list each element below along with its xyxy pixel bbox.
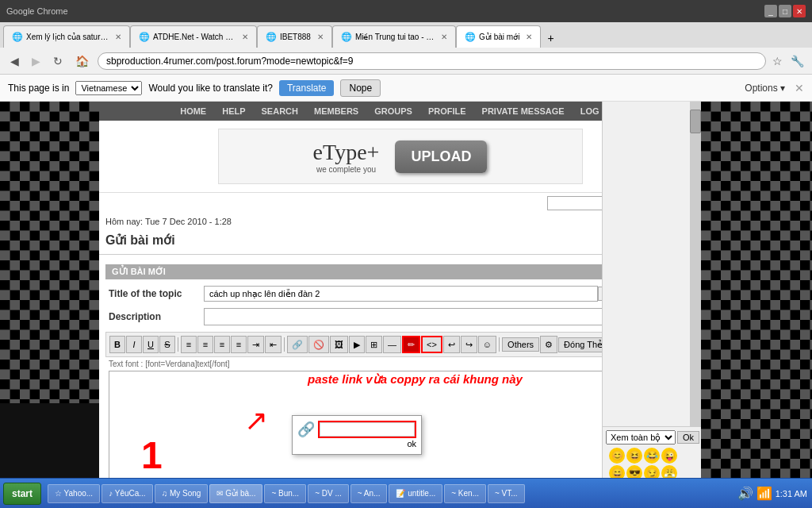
- taskbar: start ☆ Yahoo... ♪ YêuCa... ♫ My Song ✉ …: [0, 478, 812, 508]
- separator-3: [499, 337, 500, 352]
- taskbar-item-4[interactable]: ~ Bun...: [264, 484, 306, 503]
- tab-1[interactable]: 🌐 ATDHE.Net - Watch Free Li... ✕: [130, 25, 257, 48]
- nav-groups[interactable]: GROUPS: [374, 106, 412, 116]
- close-button[interactable]: ✕: [793, 5, 806, 17]
- tab-close-4[interactable]: ✕: [526, 33, 532, 41]
- tab-close-1[interactable]: ✕: [242, 33, 248, 41]
- nav-help[interactable]: HELP: [222, 106, 245, 116]
- extra-button[interactable]: ⚙: [540, 336, 557, 353]
- back-button[interactable]: ◀: [6, 53, 23, 69]
- nav-members[interactable]: MEMBERS: [314, 106, 358, 116]
- home-button[interactable]: 🏠: [71, 53, 93, 69]
- upload-button[interactable]: UPLOAD: [395, 140, 487, 173]
- align-right-button[interactable]: ≡: [214, 336, 230, 353]
- italic-button[interactable]: I: [126, 336, 142, 353]
- strikethrough-button[interactable]: S: [159, 336, 175, 353]
- tab-3[interactable]: 🌐 Miền Trung tui tao - Binz n'... ✕: [332, 25, 456, 48]
- close-translate-icon[interactable]: ✕: [795, 82, 804, 94]
- tab-2[interactable]: 🌐 IBET888 ✕: [257, 25, 332, 48]
- redo-button[interactable]: ↪: [461, 336, 477, 353]
- img-button[interactable]: 🖼: [330, 336, 348, 353]
- taskbar-items: ☆ Yahoo... ♪ YêuCa... ♫ My Song ✉ Gửi bà…: [48, 484, 730, 503]
- tab-icon: 🌐: [12, 32, 23, 42]
- align-center-button[interactable]: ≡: [197, 336, 213, 353]
- emoji-4[interactable]: 😜: [661, 448, 677, 464]
- taskbar-item-0[interactable]: ☆ Yahoo...: [48, 484, 100, 503]
- link-ok-button[interactable]: ok: [407, 439, 416, 448]
- tab-icon: 🌐: [341, 32, 352, 42]
- bold-button[interactable]: B: [109, 336, 125, 353]
- xem-ok-button[interactable]: Ok: [677, 431, 699, 444]
- wrench-icon[interactable]: 🔧: [789, 53, 806, 69]
- link-url-input[interactable]: [320, 422, 415, 437]
- taskbar-item-2[interactable]: ♫ My Song: [155, 484, 209, 503]
- start-button[interactable]: start: [3, 483, 41, 505]
- browser-title: Google Chrome: [6, 6, 68, 16]
- emoji-2[interactable]: 😆: [626, 448, 642, 464]
- language-select[interactable]: Vietnamese: [75, 81, 142, 95]
- reload-button[interactable]: ↻: [49, 53, 67, 69]
- nav-search[interactable]: SEARCH: [262, 106, 298, 116]
- unlink-button[interactable]: 🚫: [308, 336, 329, 353]
- tab-close-0[interactable]: ✕: [115, 33, 121, 41]
- separator-2: [284, 337, 285, 352]
- taskbar-network-icon[interactable]: 📶: [756, 486, 772, 501]
- sidebar-scroll-area: [603, 102, 701, 426]
- taskbar-item-5[interactable]: ~ DV ...: [308, 484, 349, 503]
- others-button[interactable]: Others: [502, 337, 539, 352]
- source-button[interactable]: <>: [421, 336, 442, 353]
- edit-button[interactable]: ✏: [402, 336, 420, 353]
- undo-button[interactable]: ↩: [443, 336, 460, 353]
- nav-profile[interactable]: PROFILE: [428, 106, 466, 116]
- translate-button[interactable]: Translate: [279, 80, 335, 96]
- scroll-thumb[interactable]: [690, 110, 701, 133]
- title-controls: _ □ ✕: [764, 5, 806, 17]
- hr-button[interactable]: —: [383, 336, 401, 353]
- nav-home[interactable]: HOME: [180, 106, 206, 116]
- taskbar-item-7[interactable]: 📝 untitle...: [389, 484, 442, 503]
- taskbar-right: 🔊 📶 1:31 AM: [733, 486, 812, 501]
- title-input[interactable]: [204, 286, 598, 302]
- emoji-3[interactable]: 😂: [644, 448, 660, 464]
- arrow-annotation: ↗: [244, 404, 268, 437]
- emoji-button[interactable]: ☺: [478, 336, 496, 353]
- table-button[interactable]: ⊞: [366, 336, 382, 353]
- maximize-button[interactable]: □: [779, 5, 791, 17]
- new-tab-button[interactable]: +: [541, 29, 560, 48]
- tab-close-2[interactable]: ✕: [317, 33, 324, 41]
- nope-button[interactable]: Nope: [340, 79, 381, 97]
- nav-private-message[interactable]: PRIVATE MESSAGE: [482, 106, 565, 116]
- tab-bar: 🌐 Xem lý lịch của saturn1212 ✕ 🌐 ATDHE.N…: [0, 22, 812, 48]
- forward-button[interactable]: ▶: [28, 53, 44, 69]
- link-button[interactable]: 🔗: [287, 336, 308, 353]
- indent-button[interactable]: ⇥: [247, 336, 264, 353]
- media-button[interactable]: ▶: [349, 336, 365, 353]
- taskbar-item-8[interactable]: ~ Ken...: [444, 484, 486, 503]
- emoji-1[interactable]: 😊: [609, 448, 625, 464]
- taskbar-speaker-icon[interactable]: 🔊: [737, 486, 753, 501]
- popup-url-row: 🔗: [297, 421, 416, 438]
- tab-0[interactable]: 🌐 Xem lý lịch của saturn1212 ✕: [3, 25, 130, 48]
- paste-annotation: paste link vừa coppy ra cái khung này: [308, 371, 523, 387]
- underline-button[interactable]: U: [143, 336, 159, 353]
- dong-the-button[interactable]: Đóng Thẻ: [558, 337, 608, 352]
- address-bar[interactable]: [98, 52, 766, 70]
- tab-close-3[interactable]: ✕: [441, 33, 447, 41]
- left-decoration: [0, 102, 99, 506]
- xem-select[interactable]: Xem toàn bộ: [606, 430, 676, 444]
- taskbar-item-3[interactable]: ✉ Gửi bà...: [209, 484, 262, 503]
- align-left-button[interactable]: ≡: [181, 336, 197, 353]
- tab-4[interactable]: 🌐 Gửi bài mới ✕: [456, 25, 541, 48]
- translate-prefix: This page is in: [8, 83, 69, 94]
- taskbar-item-6[interactable]: ~ An...: [350, 484, 388, 503]
- taskbar-item-9[interactable]: ~ VT...: [488, 484, 525, 503]
- align-justify-button[interactable]: ≡: [231, 336, 247, 353]
- scrollbar[interactable]: [690, 102, 701, 426]
- bookmark-icon[interactable]: ☆: [771, 53, 784, 69]
- taskbar-item-1[interactable]: ♪ YêuCa...: [102, 484, 153, 503]
- minimize-button[interactable]: _: [764, 5, 777, 17]
- outdent-button[interactable]: ⇤: [265, 336, 282, 353]
- options-button[interactable]: Options ▾: [745, 83, 785, 94]
- link-popup: 🔗 ok: [292, 415, 422, 455]
- translate-bar: This page is in Vietnamese Would you lik…: [0, 75, 812, 102]
